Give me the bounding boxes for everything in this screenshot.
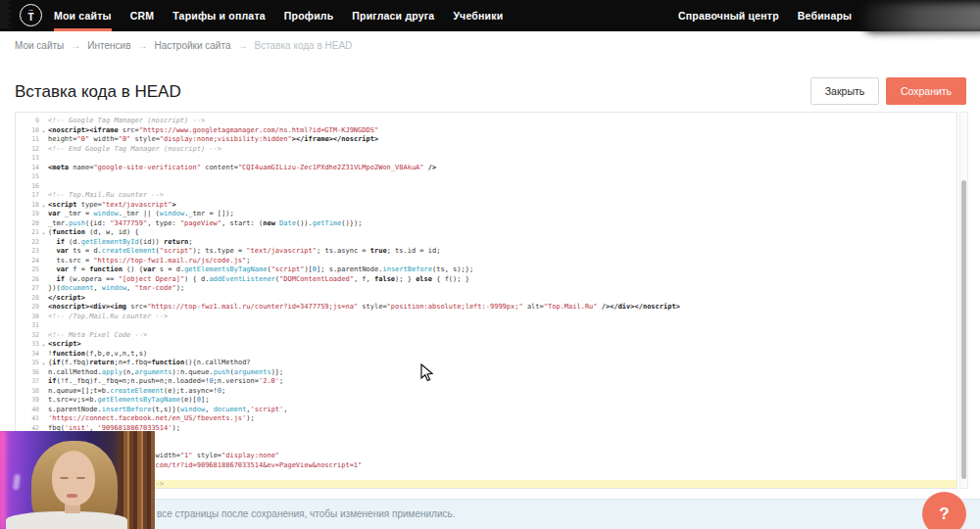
help-button[interactable]: ? — [922, 492, 966, 529]
line-number: 18 — [16, 201, 39, 211]
fold-arrow-icon[interactable]: ▾ — [39, 201, 48, 211]
code-line[interactable]: 24 ts.src = "https://top-fwz1.mail.ru/js… — [16, 257, 956, 266]
code-line[interactable]: 14<meta name="google-site-verification" … — [16, 164, 956, 173]
menu-item[interactable]: Мои сайты — [54, 0, 112, 31]
code-line[interactable]: 30<!-- /Top.Mail.Ru counter --> — [16, 313, 956, 322]
code-line[interactable]: 17<!-- Top.Mail.Ru counter --> — [16, 191, 956, 201]
menu-item[interactable]: Профиль — [284, 0, 334, 31]
breadcrumb-item[interactable]: Мои сайты — [15, 40, 64, 51]
code-line[interactable]: 26 if (w.opera == "[object Opera]") { d.… — [16, 275, 956, 285]
scrollbar-thumb[interactable] — [961, 180, 966, 479]
breadcrumb-item[interactable]: Интенсив — [87, 40, 130, 51]
code-line[interactable]: 38n.queue=[];t=b.createElement(e);t.asyn… — [16, 387, 956, 397]
code-line[interactable]: 43fbq('track', 'PageView'); — [16, 433, 956, 443]
code-line[interactable]: 41'https://connect.facebook.net/en_US/fb… — [16, 414, 956, 424]
code-line-content: _tmr.push({id: "3477759", type: "pageVie… — [48, 219, 956, 229]
code-line[interactable]: 13 — [16, 154, 956, 164]
webcam-person-face — [52, 451, 95, 505]
fold-spacer — [39, 368, 48, 378]
code-line[interactable]: 28</script> — [16, 294, 956, 304]
code-line[interactable]: 20_tmr.push({id: "3477759", type: "pageV… — [16, 219, 956, 229]
code-line[interactable]: 47/></noscript> — [16, 470, 956, 480]
code-line[interactable]: 37if(!f._fbq)f._fbq=n;n.push=n;n.loaded=… — [16, 377, 956, 387]
fold-arrow-icon[interactable]: ▾ — [39, 359, 48, 368]
line-number: 21 — [16, 228, 39, 238]
line-number: 15 — [16, 172, 39, 182]
code-line[interactable]: 21▾(function (d, w, id) { — [16, 228, 956, 238]
line-number: 33 — [16, 340, 39, 350]
code-line-content: <script type="text/javascript"> — [48, 201, 956, 211]
code-line[interactable]: 12<!-- End Google Tag Manager (noscript)… — [16, 145, 956, 155]
line-number: 24 — [16, 257, 39, 266]
code-line-content: <!-- Top.Mail.Ru counter --> — [48, 191, 956, 201]
code-line[interactable]: 10▾<noscript><iframe src="https://www.go… — [16, 126, 956, 136]
code-line[interactable]: 39t.src=v;s=b.getElementsByTagName(e)[0]… — [16, 396, 956, 406]
fold-spacer — [39, 191, 48, 201]
code-line[interactable]: 35▾{if(f.fbq)return;n=f.fbq=function(){n… — [16, 359, 956, 368]
code-line[interactable]: 45<noscript><img height="1" width="1" st… — [16, 452, 956, 461]
code-line-content: src="https://www.facebook.com/tr?id=9096… — [48, 461, 956, 471]
code-line[interactable]: 44</script> — [16, 443, 956, 453]
webcam-person-lips — [67, 494, 77, 498]
line-number: 11 — [16, 135, 39, 145]
menu-item[interactable]: Вебинары — [798, 0, 852, 31]
line-number: 36 — [16, 368, 39, 378]
code-line[interactable]: 19var _tmr = window._tmr || (window._tmr… — [16, 210, 956, 219]
code-line[interactable]: 9<!-- Google Tag Manager (noscript) --> — [16, 117, 956, 126]
save-button[interactable]: Сохранить — [886, 77, 966, 105]
code-editor[interactable]: 9<!-- Google Tag Manager (noscript) -->1… — [15, 112, 957, 489]
code-line-content: var f = function () {var s = d.getElemen… — [48, 265, 956, 275]
fold-arrow-icon[interactable]: ▾ — [39, 340, 48, 350]
code-line-content: <noscript><div><img src="https://top-fwz… — [48, 303, 956, 313]
fold-spacer — [39, 145, 48, 155]
main-menu: Мои сайтыCRMТарифы и оплатаПрофильПригла… — [54, 0, 503, 31]
breadcrumb-item[interactable]: Настройки сайта — [154, 40, 230, 51]
mouse-cursor — [420, 363, 434, 382]
editor-scrollbar[interactable] — [959, 112, 968, 489]
code-line[interactable]: 42fbq('init', '9096818867033514'); — [16, 424, 956, 434]
code-line[interactable]: 15 — [16, 172, 956, 182]
code-line[interactable]: 31 — [16, 321, 956, 331]
logo-letter: T — [27, 13, 33, 22]
code-line-content — [48, 172, 956, 182]
menu-item[interactable]: Учебники — [453, 0, 503, 31]
menu-item[interactable]: Справочный центр — [678, 0, 779, 31]
code-line[interactable]: 33▾<script> — [16, 340, 956, 350]
menu-item[interactable]: CRM — [130, 0, 155, 31]
fold-arrow-icon[interactable]: ▾ — [39, 126, 48, 136]
code-line[interactable]: 46src="https://www.facebook.com/tr?id=90… — [16, 461, 956, 471]
code-line[interactable]: 23 var ts = d.createElement("script"); t… — [16, 247, 956, 257]
line-number: 13 — [16, 154, 39, 164]
line-number: 32 — [16, 331, 39, 341]
code-line[interactable]: 22 if (d.getElementById(id)) return; — [16, 238, 956, 248]
code-line-content: t.src=v;s=b.getElementsByTagName(e)[0]; — [48, 396, 956, 406]
code-line[interactable]: 36n.callMethod.apply(n,arguments):n.queu… — [16, 368, 956, 378]
code-line[interactable]: 40s.parentNode.insertBefore(t,s)}(window… — [16, 406, 956, 415]
code-line-content: if(!f._fbq)f._fbq=n;n.push=n;n.loaded=!0… — [48, 377, 956, 387]
code-line-content: var ts = d.createElement("script"); ts.t… — [48, 247, 956, 257]
line-number: 23 — [16, 247, 39, 257]
line-number: 40 — [16, 406, 39, 415]
fold-spacer — [39, 396, 48, 406]
fold-spacer — [39, 321, 48, 331]
line-number: 19 — [16, 210, 39, 219]
code-line[interactable]: 27})(document, window, "tmr-code"); — [16, 284, 956, 294]
tilda-logo-icon[interactable]: ~ T — [20, 4, 42, 26]
webcam-pink-light — [0, 431, 6, 529]
code-line[interactable]: 48<!-- End Meta Pixel Code --> — [16, 480, 956, 490]
code-line[interactable]: 29<noscript><div><img src="https://top-f… — [16, 303, 956, 313]
code-line[interactable]: 11height="0" width="0" style="display:no… — [16, 135, 956, 145]
code-line[interactable]: 25 var f = function () {var s = d.getEle… — [16, 265, 956, 275]
code-line-content: if (d.getElementById(id)) return; — [48, 238, 956, 248]
code-line[interactable]: 32<!-- Meta Pixel Code --> — [16, 331, 956, 341]
code-line[interactable]: 34!function(f,b,e,v,n,t,s) — [16, 350, 956, 360]
close-button[interactable]: Закрыть — [810, 77, 879, 105]
fold-spacer — [39, 172, 48, 182]
code-line[interactable]: 16 — [16, 182, 956, 192]
line-number: 25 — [16, 265, 39, 275]
menu-item[interactable]: Тарифы и оплата — [172, 0, 266, 31]
code-line[interactable]: 18▾<script type="text/javascript"> — [16, 201, 956, 211]
menu-item[interactable]: Пригласи друга — [352, 0, 434, 31]
fold-arrow-icon[interactable]: ▾ — [39, 228, 48, 238]
code-line-content: <noscript><iframe src="https://www.googl… — [48, 126, 956, 136]
